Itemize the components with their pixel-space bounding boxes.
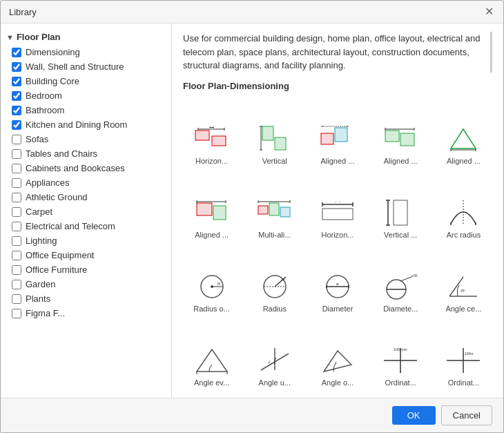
tree-item-office-furniture[interactable]: Office Furniture: [6, 262, 171, 277]
tree-item-bedroom[interactable]: Bedroom: [6, 88, 171, 103]
cancel-button[interactable]: Cancel: [441, 405, 492, 425]
icon-image-aligned4: [193, 198, 231, 228]
checkbox-sofas[interactable]: [12, 135, 21, 144]
icon-cell-vertical1[interactable]: Vertical: [246, 99, 303, 168]
svg-rect-31: [269, 203, 279, 215]
right-panel: Use for commercial building design, home…: [172, 23, 503, 398]
icon-cell-angle-ce[interactable]: 45° Angle ce...: [435, 247, 492, 316]
icon-label-radius: Radius: [249, 305, 300, 313]
item-label-athletic-ground: Athletic Ground: [26, 192, 88, 202]
tree-item-office-equipment[interactable]: Office Equipment: [6, 248, 171, 262]
svg-point-52: [211, 286, 213, 287]
icons-grid: ⟷ Horizon... Vertical Aligned ... Aligne…: [183, 99, 492, 390]
tree-item-garden[interactable]: Garden: [6, 277, 171, 291]
tree-item-sofas[interactable]: Sofas: [6, 132, 171, 146]
icon-image-diameter2: ⌀30: [381, 271, 420, 302]
tree-section-floor-plan[interactable]: ▼ Floor Plan: [1, 29, 171, 45]
checkbox-figma-f[interactable]: [12, 309, 21, 318]
icon-cell-arc-radius[interactable]: Arc radius: [435, 173, 492, 242]
tree-item-wall-shell-structure[interactable]: Wall, Shell and Structure: [6, 59, 171, 74]
item-label-lighting: Lighting: [26, 235, 57, 246]
checkbox-garden[interactable]: [12, 280, 21, 289]
checkbox-office-equipment[interactable]: [12, 251, 21, 260]
checkbox-plants[interactable]: [12, 294, 21, 304]
checkbox-cabinets-bookcases[interactable]: [12, 164, 21, 173]
icon-image-arc-radius: [444, 198, 483, 228]
left-panel: ▼ Floor Plan DimensioningWall, Shell and…: [1, 23, 172, 398]
checkbox-bedroom[interactable]: [12, 91, 21, 101]
tree-item-dimensioning[interactable]: Dimensioning: [6, 45, 171, 59]
item-label-electrical-telecom: Electrical and Telecom: [26, 221, 115, 231]
icon-cell-horizon2[interactable]: ←→ Horizon...: [309, 173, 366, 242]
tree-item-plants[interactable]: Plants: [6, 291, 171, 306]
icon-label-angle-u: Angle u...: [249, 378, 300, 387]
svg-text:1000mm: 1000mm: [394, 347, 407, 352]
icon-cell-aligned3[interactable]: Aligned ...: [435, 99, 492, 168]
tree-item-lighting[interactable]: Lighting: [6, 233, 171, 248]
icon-cell-aligned1[interactable]: Aligned ...: [309, 99, 366, 168]
icon-cell-radius-o[interactable]: R Radius o...: [183, 247, 240, 316]
checkbox-electrical-telecom[interactable]: [12, 222, 21, 231]
icon-cell-radius[interactable]: R Radius: [246, 247, 303, 316]
tree-item-appliances[interactable]: Appliances: [6, 175, 171, 190]
dialog-footer: OK Cancel: [1, 398, 503, 432]
checkbox-lighting[interactable]: [12, 236, 21, 246]
svg-text:°: °: [329, 364, 331, 368]
tree-item-figma-f[interactable]: Figma F...: [6, 306, 171, 320]
checkbox-building-core[interactable]: [12, 77, 21, 86]
checkbox-appliances[interactable]: [12, 178, 21, 188]
svg-text:⌀: ⌀: [336, 282, 339, 286]
icon-label-angle-ev: Angle ev...: [186, 378, 238, 387]
item-label-cabinets-bookcases: Cabinets and Bookcases: [26, 163, 125, 173]
item-label-building-core: Building Core: [26, 76, 79, 86]
checkbox-athletic-ground[interactable]: [12, 193, 21, 202]
close-button[interactable]: ✕: [483, 6, 495, 17]
icon-cell-ordinat2[interactable]: 100m Ordinat...: [435, 321, 492, 389]
checkbox-office-furniture[interactable]: [12, 265, 21, 275]
svg-rect-32: [280, 207, 290, 217]
item-label-tables-chairs: Tables and Chairs: [26, 148, 97, 159]
checkbox-dimensioning[interactable]: [12, 48, 21, 57]
svg-rect-30: [258, 206, 268, 214]
checkbox-kitchen-dining[interactable]: [12, 120, 21, 130]
icon-cell-ordinat1[interactable]: 1000mm Ordinat...: [372, 321, 429, 389]
icon-cell-aligned2[interactable]: Aligned ...: [372, 99, 429, 168]
item-label-kitchen-dining: Kitchen and Dining Room: [26, 119, 127, 130]
icon-cell-diameter2[interactable]: ⌀30 Diamete...: [372, 247, 429, 316]
checkbox-carpet[interactable]: [12, 207, 21, 217]
library-dialog: Library ✕ ▼ Floor Plan DimensioningWall,…: [0, 0, 504, 433]
svg-rect-11: [321, 133, 333, 144]
icon-label-arc-radius: Arc radius: [438, 231, 490, 239]
icon-cell-angle-o[interactable]: ° Angle o...: [309, 321, 366, 389]
tree-item-carpet[interactable]: Carpet: [6, 204, 171, 219]
svg-marker-21: [451, 129, 476, 148]
icon-cell-horizon1[interactable]: ⟷ Horizon...: [183, 99, 240, 168]
tree-item-cabinets-bookcases[interactable]: Cabinets and Bookcases: [6, 161, 171, 175]
tree-items-list: DimensioningWall, Shell and StructureBui…: [1, 45, 171, 320]
checkbox-bathroom[interactable]: [12, 106, 21, 115]
tree-item-kitchen-dining[interactable]: Kitchen and Dining Room: [6, 117, 171, 132]
icon-image-angle-u: ∠: [255, 345, 294, 376]
icon-cell-diameter[interactable]: ⌀ Diameter: [309, 247, 366, 316]
checkbox-wall-shell-structure[interactable]: [12, 62, 21, 72]
icon-cell-angle-ev[interactable]: Angle ev...: [183, 321, 240, 389]
tree-item-bathroom[interactable]: Bathroom: [6, 103, 171, 117]
icon-image-multi-ali: [255, 198, 294, 228]
checkbox-tables-chairs[interactable]: [12, 149, 21, 159]
tree-item-building-core[interactable]: Building Core: [6, 74, 171, 88]
svg-rect-12: [335, 128, 347, 142]
item-label-office-equipment: Office Equipment: [26, 250, 94, 260]
icon-cell-aligned4[interactable]: Aligned ...: [183, 173, 240, 242]
icon-label-vertical2: Vertical ...: [375, 231, 427, 239]
svg-rect-0: [195, 131, 209, 140]
icon-cell-angle-u[interactable]: ∠ Angle u...: [246, 321, 303, 389]
item-label-bathroom: Bathroom: [26, 105, 64, 115]
tree-item-tables-chairs[interactable]: Tables and Chairs: [6, 146, 171, 161]
tree-item-athletic-ground[interactable]: Athletic Ground: [6, 190, 171, 204]
icon-label-angle-ce: Angle ce...: [438, 305, 490, 313]
icon-cell-multi-ali[interactable]: Multi-ali...: [246, 173, 303, 242]
icon-label-aligned4: Aligned ...: [186, 231, 238, 239]
tree-item-electrical-telecom[interactable]: Electrical and Telecom: [6, 219, 171, 233]
icon-cell-vertical2[interactable]: Vertical ...: [372, 173, 429, 242]
ok-button[interactable]: OK: [392, 406, 436, 425]
